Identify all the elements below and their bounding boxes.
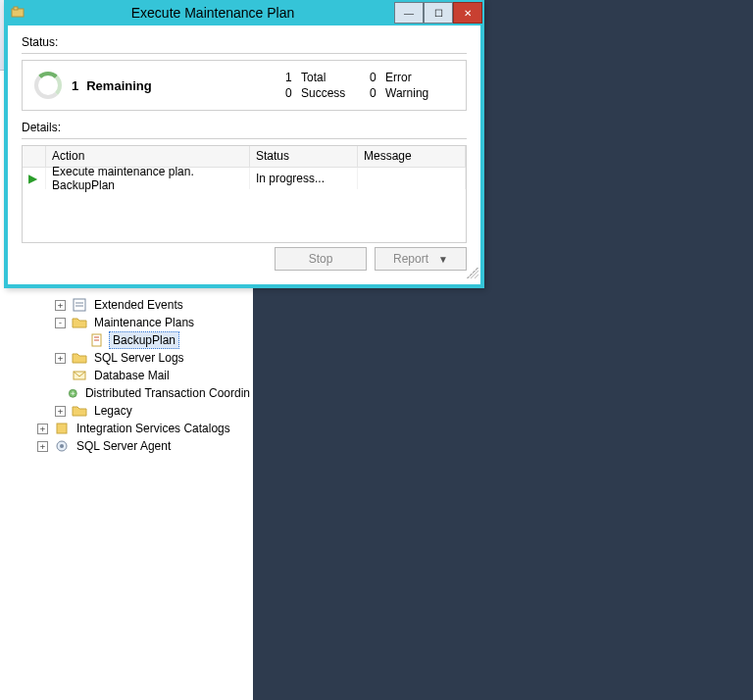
divider <box>22 53 467 54</box>
tree-item-label: Maintenance Plans <box>91 315 197 330</box>
tree-item-label: Distributed Transaction Coordin <box>82 385 253 401</box>
tree-item-label: Extended Events <box>91 297 186 313</box>
row-action: Execute maintenance plan. BackupPlan <box>46 168 250 189</box>
expander-blank <box>73 335 83 346</box>
success-n: 0 <box>285 86 301 100</box>
expand-icon[interactable]: + <box>37 424 48 434</box>
minimize-button[interactable]: — <box>394 2 424 24</box>
warning-label: Warning <box>385 86 454 100</box>
agent-icon <box>54 438 70 454</box>
catalog-icon <box>54 421 70 436</box>
col-message-header[interactable]: Message <box>358 146 466 168</box>
tree-item[interactable]: +Extended Events <box>55 296 253 314</box>
report-button-label: Report <box>393 252 428 266</box>
dialog-title: Execute Maintenance Plan <box>31 5 394 21</box>
events-icon <box>72 297 87 313</box>
divider <box>22 138 467 139</box>
dtc-icon <box>68 385 78 401</box>
tree-item-label: Integration Services Catalogs <box>74 421 233 436</box>
error-n: 0 <box>370 71 385 84</box>
stop-button[interactable]: Stop <box>275 247 367 271</box>
error-label: Error <box>385 71 454 84</box>
maximize-button[interactable]: ☐ <box>424 2 453 24</box>
chevron-down-icon: ▼ <box>438 254 448 265</box>
tree-item-label: Database Mail <box>91 368 173 383</box>
mail-icon <box>72 368 87 383</box>
dialog-titlebar[interactable]: Execute Maintenance Plan — ☐ ✕ <box>4 0 484 25</box>
tree-item[interactable]: +SQL Server Logs <box>55 349 253 367</box>
details-grid: Action Status Message ▶ Execute maintena… <box>22 145 467 243</box>
row-status-icon: ▶ <box>23 168 46 189</box>
remaining-label: Remaining <box>86 78 151 93</box>
folder-icon <box>72 403 87 419</box>
object-explorer-tree: +Extended Events-Maintenance PlansBackup… <box>14 290 253 700</box>
plan-icon <box>89 332 105 348</box>
svg-rect-10 <box>14 7 18 10</box>
play-circle-icon: ▶ <box>28 172 37 185</box>
folder-icon <box>72 315 87 330</box>
total-n: 1 <box>285 71 301 84</box>
total-label: Total <box>301 71 370 84</box>
svg-point-8 <box>60 444 64 448</box>
row-status: In progress... <box>250 168 358 189</box>
counts-grid: 1 Total 0 Error 0 Success 0 Warning <box>285 71 454 100</box>
remaining-count: 1 <box>72 78 78 93</box>
status-summary: 1 Remaining 1 Total 0 Error 0 Success 0 … <box>22 60 467 111</box>
report-button[interactable]: Report ▼ <box>375 247 467 271</box>
svg-rect-2 <box>74 299 85 311</box>
expand-icon[interactable]: + <box>55 300 66 311</box>
tree-item-label: Legacy <box>91 403 135 419</box>
execute-maintenance-plan-dialog: Execute Maintenance Plan — ☐ ✕ Status: 1… <box>4 0 484 288</box>
tree-item-label: SQL Server Logs <box>91 350 187 366</box>
remaining-readout: 1 Remaining <box>72 78 152 93</box>
spinner-icon <box>34 72 62 99</box>
resize-grip[interactable] <box>467 267 478 278</box>
details-label: Details: <box>22 121 467 134</box>
dialog-icon <box>10 5 25 21</box>
expander-blank <box>55 371 66 381</box>
tree-item[interactable]: +SQL Server Agent <box>37 437 253 455</box>
tree-item[interactable]: Database Mail <box>55 367 253 384</box>
col-status-header[interactable]: Status <box>250 146 358 168</box>
tree-item[interactable]: +Integration Services Catalogs <box>37 420 253 437</box>
tree-item[interactable]: Distributed Transaction Coordin <box>55 384 253 402</box>
svg-rect-6 <box>57 424 67 433</box>
success-label: Success <box>301 86 370 100</box>
expand-icon[interactable]: + <box>37 441 48 452</box>
tree-item[interactable]: +Legacy <box>55 402 253 420</box>
expand-icon[interactable]: + <box>55 406 66 417</box>
expand-icon[interactable]: + <box>55 353 66 364</box>
close-button[interactable]: ✕ <box>453 2 482 24</box>
expander-blank <box>55 388 62 399</box>
folder-icon <box>72 350 87 366</box>
collapse-icon[interactable]: - <box>55 318 66 328</box>
tree-item[interactable]: -Maintenance Plans <box>55 314 253 331</box>
tree-item-label: BackupPlan <box>109 331 179 349</box>
status-label: Status: <box>22 35 467 49</box>
col-icon-header[interactable] <box>23 146 46 168</box>
tree-item[interactable]: BackupPlan <box>73 331 253 349</box>
tree-item-label: SQL Server Agent <box>74 438 174 454</box>
warning-n: 0 <box>370 86 385 100</box>
row-message <box>358 168 466 189</box>
